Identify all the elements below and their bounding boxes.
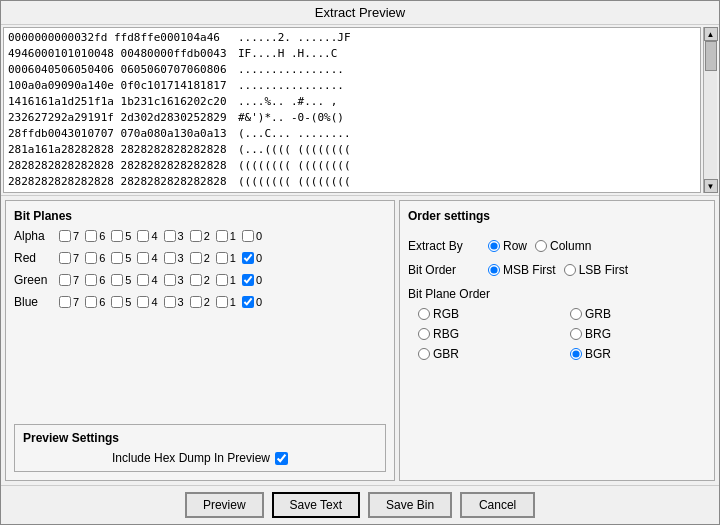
ascii-col: ......2. ......JF bbox=[238, 30, 351, 46]
bit-checkbox-alpha-7[interactable] bbox=[59, 230, 71, 242]
bit-checkbox-alpha-6[interactable] bbox=[85, 230, 97, 242]
bit-plane-radio-rgb[interactable] bbox=[418, 308, 430, 320]
bit-check-red-5[interactable]: 5 bbox=[111, 252, 131, 264]
bit-check-green-3[interactable]: 3 bbox=[164, 274, 184, 286]
hex-dump-checkbox[interactable] bbox=[275, 452, 288, 465]
bit-check-alpha-2[interactable]: 2 bbox=[190, 230, 210, 242]
bit-check-red-7[interactable]: 7 bbox=[59, 252, 79, 264]
scrollbar-thumb[interactable] bbox=[705, 41, 717, 71]
bit-check-blue-5[interactable]: 5 bbox=[111, 296, 131, 308]
bit-plane-option-brg[interactable]: BRG bbox=[570, 327, 706, 341]
bit-checkbox-blue-5[interactable] bbox=[111, 296, 123, 308]
bit-check-blue-2[interactable]: 2 bbox=[190, 296, 210, 308]
bit-checkbox-blue-2[interactable] bbox=[190, 296, 202, 308]
bit-check-red-6[interactable]: 6 bbox=[85, 252, 105, 264]
bit-plane-option-rbg[interactable]: RBG bbox=[418, 327, 554, 341]
bit-checkbox-red-7[interactable] bbox=[59, 252, 71, 264]
bit-plane-radio-gbr[interactable] bbox=[418, 348, 430, 360]
scrollbar-down[interactable]: ▼ bbox=[704, 179, 718, 193]
preview-button[interactable]: Preview bbox=[185, 492, 264, 518]
bit-checkbox-green-7[interactable] bbox=[59, 274, 71, 286]
bit-checkbox-red-2[interactable] bbox=[190, 252, 202, 264]
save-bin-button[interactable]: Save Bin bbox=[368, 492, 452, 518]
bit-checkbox-alpha-4[interactable] bbox=[137, 230, 149, 242]
bit-row-alpha: Alpha76543210 bbox=[14, 229, 386, 243]
bit-checkbox-green-3[interactable] bbox=[164, 274, 176, 286]
bit-check-alpha-4[interactable]: 4 bbox=[137, 230, 157, 242]
bit-checkbox-green-6[interactable] bbox=[85, 274, 97, 286]
bit-check-red-4[interactable]: 4 bbox=[137, 252, 157, 264]
bit-checkbox-alpha-0[interactable] bbox=[242, 230, 254, 242]
bit-check-green-1[interactable]: 1 bbox=[216, 274, 236, 286]
extract-by-row-option[interactable]: Row bbox=[488, 239, 527, 253]
bit-check-red-1[interactable]: 1 bbox=[216, 252, 236, 264]
bit-checkbox-red-4[interactable] bbox=[137, 252, 149, 264]
bit-checkbox-green-0[interactable] bbox=[242, 274, 254, 286]
bit-checkbox-green-1[interactable] bbox=[216, 274, 228, 286]
bit-checkbox-green-5[interactable] bbox=[111, 274, 123, 286]
msb-first-radio[interactable] bbox=[488, 264, 500, 276]
bit-check-green-6[interactable]: 6 bbox=[85, 274, 105, 286]
bit-check-red-3[interactable]: 3 bbox=[164, 252, 184, 264]
bit-check-green-0[interactable]: 0 bbox=[242, 274, 262, 286]
save-text-button[interactable]: Save Text bbox=[272, 492, 360, 518]
bit-check-green-7[interactable]: 7 bbox=[59, 274, 79, 286]
bit-plane-radio-bgr[interactable] bbox=[570, 348, 582, 360]
bit-rows-container: Alpha76543210Red76543210Green76543210Blu… bbox=[14, 229, 386, 317]
bit-checkbox-blue-7[interactable] bbox=[59, 296, 71, 308]
bit-checkbox-green-4[interactable] bbox=[137, 274, 149, 286]
bit-checkbox-red-6[interactable] bbox=[85, 252, 97, 264]
bit-checkbox-green-2[interactable] bbox=[190, 274, 202, 286]
bit-checkbox-blue-3[interactable] bbox=[164, 296, 176, 308]
hex-dump-label[interactable]: Include Hex Dump In Preview bbox=[112, 451, 288, 465]
bit-checkbox-blue-1[interactable] bbox=[216, 296, 228, 308]
bit-checkbox-blue-6[interactable] bbox=[85, 296, 97, 308]
extract-by-column-radio[interactable] bbox=[535, 240, 547, 252]
bit-plane-radio-grb[interactable] bbox=[570, 308, 582, 320]
bit-check-blue-7[interactable]: 7 bbox=[59, 296, 79, 308]
bit-check-alpha-7[interactable]: 7 bbox=[59, 230, 79, 242]
bit-check-blue-3[interactable]: 3 bbox=[164, 296, 184, 308]
scrollbar-up[interactable]: ▲ bbox=[704, 27, 718, 41]
lsb-first-radio[interactable] bbox=[564, 264, 576, 276]
bit-check-green-4[interactable]: 4 bbox=[137, 274, 157, 286]
bit-checkbox-alpha-5[interactable] bbox=[111, 230, 123, 242]
bit-check-alpha-3[interactable]: 3 bbox=[164, 230, 184, 242]
bit-check-blue-4[interactable]: 4 bbox=[137, 296, 157, 308]
bit-checkbox-red-5[interactable] bbox=[111, 252, 123, 264]
scrollbar-track[interactable] bbox=[705, 41, 717, 179]
bit-plane-option-bgr[interactable]: BGR bbox=[570, 347, 706, 361]
bit-check-alpha-5[interactable]: 5 bbox=[111, 230, 131, 242]
bit-checkbox-red-3[interactable] bbox=[164, 252, 176, 264]
bit-check-green-5[interactable]: 5 bbox=[111, 274, 131, 286]
extract-by-row-radio[interactable] bbox=[488, 240, 500, 252]
extract-by-column-option[interactable]: Column bbox=[535, 239, 591, 253]
bit-check-alpha-0[interactable]: 0 bbox=[242, 230, 262, 242]
bit-checkbox-red-1[interactable] bbox=[216, 252, 228, 264]
bit-check-alpha-1[interactable]: 1 bbox=[216, 230, 236, 242]
bit-plane-option-grb[interactable]: GRB bbox=[570, 307, 706, 321]
msb-first-option[interactable]: MSB First bbox=[488, 263, 556, 277]
bit-check-blue-1[interactable]: 1 bbox=[216, 296, 236, 308]
extract-by-row: Extract By Row Column bbox=[408, 239, 706, 253]
bit-plane-radio-rbg[interactable] bbox=[418, 328, 430, 340]
bit-checkbox-alpha-1[interactable] bbox=[216, 230, 228, 242]
bit-plane-option-gbr[interactable]: GBR bbox=[418, 347, 554, 361]
bit-check-red-0[interactable]: 0 bbox=[242, 252, 262, 264]
ascii-col: #&')*.. -0-(0%() bbox=[238, 110, 344, 126]
lsb-first-option[interactable]: LSB First bbox=[564, 263, 628, 277]
bit-checkbox-blue-0[interactable] bbox=[242, 296, 254, 308]
bit-checkbox-alpha-2[interactable] bbox=[190, 230, 202, 242]
bit-check-alpha-6[interactable]: 6 bbox=[85, 230, 105, 242]
bit-check-red-2[interactable]: 2 bbox=[190, 252, 210, 264]
bit-check-blue-0[interactable]: 0 bbox=[242, 296, 262, 308]
bit-check-green-2[interactable]: 2 bbox=[190, 274, 210, 286]
bit-checkbox-alpha-3[interactable] bbox=[164, 230, 176, 242]
cancel-button[interactable]: Cancel bbox=[460, 492, 535, 518]
bit-plane-option-rgb[interactable]: RGB bbox=[418, 307, 554, 321]
scrollbar[interactable]: ▲ ▼ bbox=[703, 27, 717, 193]
bit-plane-radio-brg[interactable] bbox=[570, 328, 582, 340]
bit-check-blue-6[interactable]: 6 bbox=[85, 296, 105, 308]
bit-checkbox-blue-4[interactable] bbox=[137, 296, 149, 308]
bit-checkbox-red-0[interactable] bbox=[242, 252, 254, 264]
